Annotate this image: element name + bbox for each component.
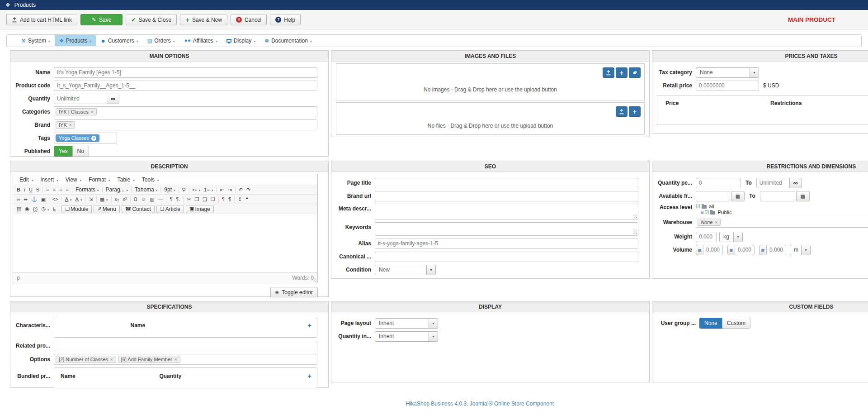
contact-button[interactable]: ☎Contact (122, 205, 155, 213)
restore-draft-dropdown[interactable]: ◷ (39, 205, 51, 212)
superscript-button[interactable]: x² (121, 196, 128, 202)
menu-orders[interactable]: ▤ Orders (143, 35, 179, 46)
menu-affiliates[interactable]: ☻☻ Affiliates (179, 35, 222, 46)
ltr-button[interactable]: ¶ (168, 196, 174, 202)
product-code-input[interactable] (54, 81, 317, 91)
search-replace-button[interactable]: ⚲ (180, 186, 188, 193)
brand-input[interactable]: IYK (54, 119, 317, 130)
related-products-input[interactable] (54, 341, 317, 351)
dimension-x-icon[interactable]: ▦ (696, 245, 703, 255)
categories-input[interactable]: IYK | Classes (54, 106, 317, 117)
add-file-button[interactable]: + (629, 106, 641, 117)
formats-dropdown[interactable]: Formats (74, 186, 101, 193)
toggle-editor-button[interactable]: ◉ Toggle editor (270, 287, 318, 297)
tags-input[interactable]: Yoga Classes (54, 133, 117, 143)
options-input[interactable]: [2] Number of Classes [6] Add Family Mem… (54, 354, 317, 365)
editor-menu-view[interactable]: View (62, 176, 85, 184)
table-dropdown[interactable]: ▦ (98, 196, 110, 203)
quantity-input[interactable] (54, 94, 107, 104)
editor-menu-format[interactable]: Format (85, 176, 114, 184)
editor-menu-insert[interactable]: Insert (37, 176, 62, 184)
copy-button[interactable]: ❐ (193, 196, 201, 203)
paste-as-text-button[interactable]: ❒ (209, 196, 217, 203)
add-bundled-product-button[interactable]: + (307, 372, 311, 380)
user-group-custom-button[interactable]: Custom (722, 318, 750, 329)
access-level-public[interactable]: ⊞ ☑ Public (700, 210, 732, 215)
available-from-input[interactable] (696, 191, 730, 201)
image-button[interactable]: ▣Image (186, 205, 214, 213)
save-close-button[interactable]: ✔ Save & Close (126, 14, 177, 25)
name-input[interactable] (54, 67, 317, 78)
fullscreen-button[interactable]: ⇲ (87, 196, 94, 203)
font-family-dropdown[interactable]: Tahoma (133, 186, 159, 193)
checkbox-checked-icon[interactable]: ☑ (696, 204, 700, 210)
insert-image-button[interactable]: ▣ (39, 196, 47, 203)
calendar-icon[interactable]: ▦ (796, 191, 810, 201)
code-sample-button[interactable]: {;} (31, 206, 39, 212)
remove-tag-icon[interactable] (69, 123, 72, 128)
user-group-none-button[interactable]: None (699, 318, 722, 329)
page-layout-select[interactable]: Inherit (375, 318, 438, 329)
print-button[interactable]: ▤ (15, 205, 23, 212)
paste-button[interactable]: ❑ (201, 196, 209, 203)
quantity-max-input[interactable] (756, 178, 790, 188)
keywords-textarea[interactable] (375, 222, 638, 236)
remove-tag-icon[interactable] (91, 136, 96, 141)
menu-display[interactable]: Display (222, 35, 260, 46)
volume-z-input[interactable] (766, 245, 786, 255)
align-right-button[interactable]: ≡ (57, 186, 64, 193)
save-button[interactable]: ✎ Save (80, 14, 123, 25)
quantity-min-input[interactable] (696, 178, 741, 188)
cut-button[interactable]: ✂ (185, 196, 193, 203)
font-size-dropdown[interactable]: 9pt (162, 186, 177, 193)
add-to-cart-html-link-button[interactable]: Add to cart HTML link (6, 14, 77, 25)
weight-input[interactable] (696, 232, 717, 242)
save-new-button[interactable]: + Save & New (180, 14, 227, 25)
upload-image-button[interactable] (603, 67, 614, 78)
infinity-icon[interactable]: ∞ (107, 94, 119, 104)
insert-link-button[interactable]: ∞ (15, 196, 22, 202)
background-color-dropdown[interactable]: A (74, 196, 84, 202)
show-invisible-characters-button[interactable]: ¶ (226, 196, 233, 202)
remove-link-button[interactable]: ∞ (22, 196, 29, 202)
source-code-button[interactable]: <> (51, 196, 60, 202)
subscript-button[interactable]: x₂ (113, 196, 121, 202)
editor-menu-tools[interactable]: Tools (138, 176, 163, 184)
dimension-z-icon[interactable]: ▦ (759, 245, 767, 255)
checkbox-checked-icon[interactable]: ☑ (705, 210, 709, 215)
strikethrough-button[interactable]: S (34, 186, 41, 193)
page-title-input[interactable] (375, 178, 638, 188)
align-left-button[interactable]: ≡ (44, 186, 51, 193)
weight-unit-select[interactable]: kg (719, 232, 743, 242)
remove-tag-icon[interactable] (715, 220, 717, 225)
meta-description-textarea[interactable] (375, 204, 638, 220)
infinity-icon[interactable]: ∞ (789, 178, 802, 188)
volume-x-input[interactable] (703, 245, 723, 255)
indent-button[interactable]: ⇥ (226, 186, 234, 193)
paragraph-dropdown[interactable]: Parag... (104, 186, 130, 193)
upload-file-button[interactable] (616, 106, 627, 117)
bold-button[interactable]: B (15, 186, 22, 193)
expand-icon[interactable]: ⊞ (700, 210, 704, 215)
menu-system[interactable]: ⚒ System (17, 35, 55, 46)
canonical-input[interactable] (375, 252, 638, 262)
alias-input[interactable] (375, 239, 638, 249)
published-yes-button[interactable]: Yes (54, 146, 73, 157)
warehouse-input[interactable]: None (696, 217, 868, 228)
align-justify-button[interactable]: ≡ (64, 186, 71, 193)
show-blocks-button[interactable]: ¶ (220, 196, 226, 202)
volume-unit-select[interactable]: m (790, 245, 811, 255)
add-characteristic-button[interactable]: + (307, 321, 311, 329)
special-character-button[interactable]: Ω (132, 196, 139, 202)
brand-url-input[interactable] (375, 191, 638, 201)
condition-select[interactable]: New (375, 265, 436, 275)
insert-media-button[interactable]: ▥ (148, 196, 156, 203)
images-dropzone[interactable]: + No images - Drag & Drop here or use th… (336, 63, 645, 100)
add-image-button[interactable]: + (616, 67, 627, 78)
module-button[interactable]: ❏Module (61, 205, 92, 213)
remove-tag-icon[interactable] (110, 357, 113, 362)
quantity-input-select[interactable]: Inherit (375, 331, 438, 342)
remove-tag-icon[interactable] (91, 110, 94, 115)
menu-documentation[interactable]: ☸ Documentation (260, 35, 316, 46)
clear-formatting-button[interactable]: Iₓ (51, 206, 58, 212)
